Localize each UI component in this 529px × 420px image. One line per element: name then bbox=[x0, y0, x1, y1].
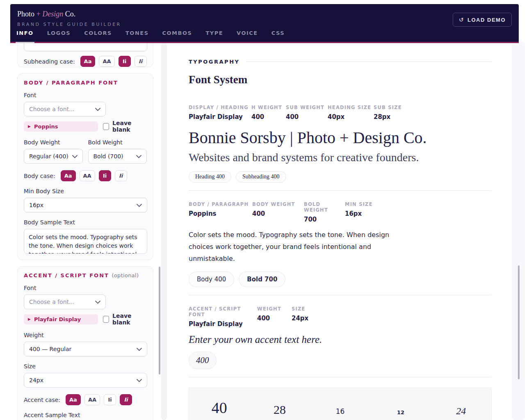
accent-leave-blank-checkbox[interactable] bbox=[103, 316, 109, 323]
tab-combos[interactable]: COMBOS bbox=[162, 30, 193, 42]
body-case-uppercase-button[interactable]: AA bbox=[80, 170, 95, 181]
accent-style-roman-button[interactable]: Ii bbox=[104, 394, 116, 405]
scale-value: 40 bbox=[189, 398, 249, 417]
accent-text-preview: Enter your own accent text here. bbox=[189, 334, 492, 345]
accent-meta-row: ACCENT / SCRIPT FONT Playfair Display WE… bbox=[189, 306, 492, 328]
chevron-down-icon bbox=[95, 106, 100, 112]
body-case-sentence-button[interactable]: Aa bbox=[61, 170, 76, 181]
sidebar-scrollbar-track[interactable] bbox=[161, 42, 167, 420]
body-leave-blank[interactable]: Leave blank bbox=[103, 120, 147, 133]
chevron-down-icon bbox=[137, 202, 142, 208]
body-sample-label: Body Sample Text bbox=[24, 219, 147, 226]
typography-section-head: TYPOGRAPHY bbox=[189, 59, 492, 65]
brand-subtitle: BRAND STYLE GUIDE BUILDER bbox=[17, 22, 121, 27]
body-font-label: Font bbox=[24, 92, 147, 98]
subheading-case-row: Subheading case: Aa AA Ii Ii bbox=[24, 56, 147, 67]
subheading-style-roman-button[interactable]: Ii bbox=[119, 56, 131, 67]
play-arrow-icon: ▶ bbox=[28, 317, 31, 321]
divider bbox=[189, 190, 492, 191]
accent-optional-label: (optional) bbox=[112, 272, 139, 278]
settings-sidebar: Subheading case: Aa AA Ii Ii BODY / PARA… bbox=[17, 42, 153, 420]
accent-weight-label: Weight bbox=[24, 332, 147, 338]
main-scrollbar-thumb[interactable] bbox=[518, 265, 520, 379]
meta-value: 400 bbox=[252, 210, 304, 217]
accent-font-card: ACCENT / SCRIPT FONT (optional) Font Cho… bbox=[17, 266, 153, 420]
chevron-down-icon bbox=[137, 346, 142, 352]
min-body-size-select[interactable]: 16px bbox=[24, 198, 147, 212]
body-meta-row: BODY / PARAGRAPH Poppins BODY WEIGHT 400… bbox=[189, 201, 492, 223]
accent-font-suggestion-row: ▶ Playfair Display Leave blank bbox=[24, 313, 147, 326]
accent-font-label: Font bbox=[24, 285, 147, 291]
scale-subheading: 28 SUBHEADING bbox=[249, 398, 310, 420]
body-sample-textarea[interactable]: Color sets the mood. Typography sets the… bbox=[24, 229, 147, 254]
accent-case-row: Accent case: Aa AA Ii Ii bbox=[24, 394, 147, 405]
sidebar-scrollbar-thumb[interactable] bbox=[159, 267, 160, 374]
meta-value: 400 bbox=[251, 113, 286, 121]
section-divider-line bbox=[246, 62, 492, 62]
brand-photo: Photo bbox=[17, 10, 34, 18]
meta-value: 400 bbox=[257, 315, 292, 322]
body-weight-chip: Body 400 bbox=[189, 272, 234, 287]
tab-colors[interactable]: COLORS bbox=[83, 30, 113, 42]
body-font-suggestion-label: Poppins bbox=[34, 123, 58, 130]
meta-value: Playfair Display bbox=[189, 113, 251, 121]
accent-weight-select[interactable]: 400 — Regular bbox=[24, 342, 147, 356]
meta-label: ACCENT / SCRIPT FONT bbox=[189, 306, 257, 317]
body-font-card-title: BODY / PARAGRAPH FONT bbox=[24, 80, 147, 86]
meta-value: 400 bbox=[286, 113, 328, 121]
body-style-roman-button[interactable]: Ii bbox=[99, 170, 111, 181]
body-font-select[interactable]: Choose a font... bbox=[24, 102, 106, 116]
accent-weight-chip: 400 bbox=[189, 352, 217, 369]
accent-case-uppercase-button[interactable]: AA bbox=[84, 394, 100, 405]
scale-value: 16 bbox=[310, 398, 370, 417]
body-case-label: Body case: bbox=[24, 173, 55, 179]
tab-voice[interactable]: VOICE bbox=[236, 30, 259, 42]
body-leave-blank-label: Leave blank bbox=[112, 120, 147, 133]
tab-logos[interactable]: LOGOS bbox=[46, 30, 71, 42]
body-case-row: Body case: Aa AA Ii Ii bbox=[24, 170, 147, 181]
chevron-down-icon bbox=[136, 153, 141, 160]
meta-label: H WEIGHT bbox=[251, 105, 286, 110]
body-font-suggestion-row: ▶ Poppins Leave blank bbox=[24, 120, 147, 133]
bold-weight-label: Bold Weight bbox=[88, 139, 147, 146]
subheading-case-uppercase-button[interactable]: AA bbox=[99, 56, 114, 67]
accent-font-select[interactable]: Choose a font... bbox=[24, 294, 106, 309]
tab-tones[interactable]: TONES bbox=[125, 30, 150, 42]
accent-font-suggestion[interactable]: ▶ Playfair Display bbox=[24, 314, 98, 324]
accent-style-italic-button[interactable]: Ii bbox=[120, 394, 132, 405]
heading-preview: Bonnie Sorsby | Photo + Design Co. bbox=[189, 128, 492, 147]
accent-leave-blank-label: Leave blank bbox=[112, 313, 147, 326]
brand-design: Design bbox=[42, 10, 63, 18]
tab-css[interactable]: CSS bbox=[271, 30, 285, 42]
tab-type[interactable]: TYPE bbox=[205, 30, 224, 42]
body-weight-label: Body Weight bbox=[24, 139, 83, 146]
bold-weight-value: Bold (700) bbox=[93, 153, 123, 160]
accent-leave-blank[interactable]: Leave blank bbox=[103, 313, 147, 326]
body-weights-row: Body Weight Regular (400) Bold Weight Bo… bbox=[24, 139, 147, 164]
subheading-preview: Websites and brand systems for creative … bbox=[189, 151, 492, 164]
accent-font-card-title: ACCENT / SCRIPT FONT (optional) bbox=[24, 272, 147, 278]
subheading-style-italic-button[interactable]: Ii bbox=[135, 56, 147, 67]
nav-tabs: INFO LOGOS COLORS TONES COMBOS TYPE VOIC… bbox=[16, 30, 285, 42]
body-weight-select[interactable]: Regular (400) bbox=[24, 149, 83, 164]
meta-value: 700 bbox=[304, 216, 345, 223]
accent-case-sentence-button[interactable]: Aa bbox=[66, 394, 81, 405]
meta-label: SUB WEIGHT bbox=[286, 105, 328, 110]
tab-info[interactable]: INFO bbox=[16, 30, 34, 43]
body-leave-blank-checkbox[interactable] bbox=[103, 123, 109, 130]
scale-heading: 40 HEADING bbox=[189, 398, 249, 420]
meta-value: 16px bbox=[345, 210, 373, 217]
heading-meta-row: DISPLAY / HEADING Playfair Display H WEI… bbox=[189, 105, 492, 121]
meta-label: WEIGHT bbox=[257, 306, 292, 312]
bold-weight-select[interactable]: Bold (700) bbox=[88, 149, 147, 164]
load-demo-button[interactable]: ↺ LOAD DEMO bbox=[453, 13, 512, 27]
body-font-suggestion[interactable]: ▶ Poppins bbox=[24, 121, 98, 132]
brand-plus: + bbox=[36, 10, 41, 18]
meta-value: 24px bbox=[292, 315, 308, 322]
meta-label: SIZE bbox=[292, 306, 308, 312]
meta-label: SUB SIZE bbox=[374, 105, 402, 110]
subheading-case-sentence-button[interactable]: Aa bbox=[80, 56, 96, 67]
accent-sample-label: Accent Sample Text bbox=[24, 412, 147, 418]
body-style-italic-button[interactable]: Ii bbox=[115, 170, 127, 181]
accent-size-select[interactable]: 24px bbox=[24, 373, 147, 388]
